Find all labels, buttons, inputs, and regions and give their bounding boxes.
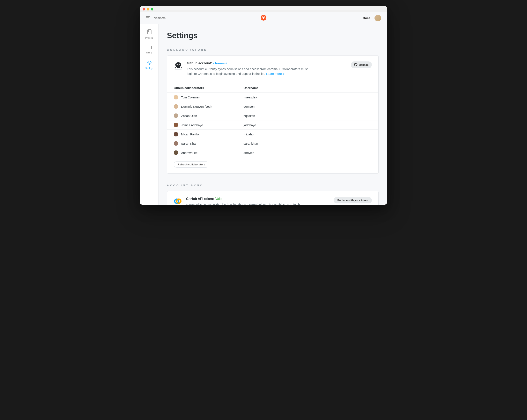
table-row: Andrew Lee andylee [167,148,378,157]
collaborator-name: Andrew Lee [181,151,198,154]
svg-rect-4 [148,30,151,34]
collaborator-name: Zoltan Olah [181,114,197,118]
sidebar-item-settings[interactable]: Settings [145,60,154,69]
collaborator-username: zqzoltan [243,114,255,118]
collaborator-avatar [174,95,178,99]
org-name[interactable]: hichroma [154,16,166,20]
collaborators-card: Github account: chromaui This account cu… [167,55,379,174]
github-icon [354,63,357,67]
window-minimize-button[interactable] [147,8,149,11]
api-token-title: GitHub API token: [186,197,214,201]
collaborator-username: micahp [243,132,253,136]
collaborator-username: jadebayo [243,123,256,127]
menu-icon[interactable] [146,16,150,20]
account-sync-card: GitHub API token: Valid chromaui is sync… [167,191,379,205]
collaborator-name: Sarah Khan [181,142,197,145]
user-avatar[interactable] [374,15,381,21]
gear-icon [147,60,152,66]
svg-point-6 [148,31,149,32]
sidebar-item-billing[interactable]: Billing [146,46,152,54]
sidebar-item-label: Billing [146,51,152,54]
window-maximize-button[interactable] [151,8,153,11]
column-header-username: Username [243,86,259,90]
window-close-button[interactable] [143,8,145,11]
manage-button[interactable]: Manage [351,61,372,68]
main-content: Settings Collaborators [159,24,387,205]
collaborator-avatar [174,113,178,118]
svg-rect-8 [147,47,152,47]
section-label-account-sync: Account Sync [167,184,379,187]
table-row: Tom Coleman tmeasday [167,93,378,102]
docs-link[interactable]: Docs [363,16,370,20]
sync-icon [174,197,182,205]
svg-point-15 [178,65,179,66]
svg-point-5 [148,30,149,31]
app-window: hichroma Docs Projects [140,6,387,205]
sidebar: Projects Billing Settings [140,24,159,205]
collaborator-name: Micah Parillo [181,132,199,136]
collaborator-name: Dominic Nguyen (you) [181,105,211,108]
token-status: Valid [215,197,222,201]
github-account-title: Github account: [187,61,212,65]
svg-point-9 [149,62,150,64]
collaborator-avatar [174,104,178,109]
replace-token-button[interactable]: Replace with your token [334,197,372,204]
collaborators-description: This account currently syncs permissions… [187,67,310,76]
table-row: Dominic Nguyen (you) domyen [167,102,378,111]
collaborator-avatar [174,151,178,155]
svg-rect-7 [147,46,152,49]
table-row: Micah Parillo micahp [167,130,378,139]
sidebar-item-projects[interactable]: Projects [145,29,154,39]
collaborator-username: tmeasday [243,96,257,99]
collaborator-name: Tom Coleman [181,96,200,99]
chromatic-logo[interactable] [261,15,266,21]
column-header-name: Github collaborators [174,86,243,90]
collaborator-username: domyen [243,105,254,108]
refresh-collaborators-button[interactable]: Refresh collaborators [174,161,209,168]
sidebar-item-label: Settings [145,67,154,69]
collaborator-avatar [174,123,178,127]
collaborator-avatar [174,141,178,146]
collaborator-username: andylee [243,151,254,154]
sync-description: chromaui is synced with GitHub using the… [186,202,309,205]
table-row: James Adebayo jadebayo [167,120,378,130]
table-header: Github collaborators Username [167,82,378,93]
table-row: Zoltan Olah zqzoltan [167,111,378,120]
collaborator-avatar [174,132,178,136]
billing-icon [147,46,152,50]
projects-icon [147,29,152,35]
table-row: Sarah Khan sarahkhan [167,139,378,148]
github-octocat-icon [174,61,183,71]
sidebar-item-label: Projects [145,37,154,39]
topbar: hichroma Docs [140,12,387,24]
section-label-collaborators: Collaborators [167,48,379,51]
collaborator-name: James Adebayo [181,123,203,127]
svg-point-10 [175,69,182,70]
svg-point-14 [179,65,180,65]
svg-point-13 [177,65,178,65]
page-title: Settings [167,31,379,40]
learn-more-link[interactable]: Learn more » [266,72,284,75]
collaborator-username: sarahkhan [243,142,258,145]
titlebar [140,6,387,12]
github-account-link[interactable]: chromaui [213,61,227,65]
